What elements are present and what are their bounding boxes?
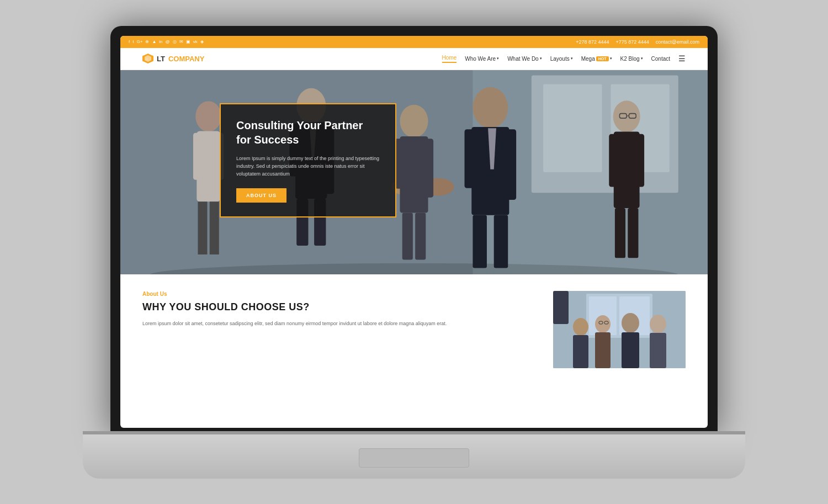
hero-background: [120, 70, 708, 274]
about-text-column: About Us WHY YOU SHOULD CHOOSE US? Lorem…: [142, 291, 531, 328]
social-links: f t G+ ⊕ ▲ in @ ◎ ✉ ▣ vk ◈: [129, 39, 204, 44]
chevron-down-icon: ▾: [497, 56, 499, 61]
nav-k2blog[interactable]: K2 Blog ▾: [620, 56, 643, 62]
svg-rect-62: [553, 291, 686, 368]
phone2[interactable]: +775 872 4444: [616, 39, 649, 45]
about-heading: WHY YOU SHOULD CHOOSE US?: [142, 301, 531, 313]
about-us-button[interactable]: ABOUT US: [236, 188, 286, 203]
fb2-icon[interactable]: ▣: [186, 39, 190, 44]
googleplus-icon[interactable]: G+: [136, 39, 142, 44]
logo-icon: ⌂: [142, 54, 153, 63]
nav-mega[interactable]: Mega HOT ▾: [581, 56, 612, 62]
logo[interactable]: ⌂ LT COMPANY: [142, 54, 204, 63]
chevron-down-icon: ▾: [571, 56, 573, 61]
contact-info: +278 872 4444 +775 872 4444 contact@emai…: [576, 39, 699, 45]
laptop-touchpad: [359, 448, 469, 468]
about-section: About Us WHY YOU SHOULD CHOOSE US? Lorem…: [120, 274, 708, 385]
nav-layouts[interactable]: Layouts ▾: [550, 56, 573, 62]
laptop-wrapper: f t G+ ⊕ ▲ in @ ◎ ✉ ▣ vk ◈ +278 872 4444…: [83, 26, 745, 479]
about-image: [553, 291, 686, 368]
instagram-icon[interactable]: ◎: [173, 39, 177, 44]
facebook-icon[interactable]: f: [129, 39, 130, 44]
hot-badge: HOT: [596, 56, 609, 61]
logo-lt-text: LT: [157, 55, 165, 63]
svg-rect-45: [120, 70, 708, 274]
laptop-base: [83, 434, 745, 479]
linkedin-icon[interactable]: in: [159, 39, 162, 44]
hero-title: Consulting Your Partner for Success: [236, 118, 380, 147]
hero-description: Lorem Ipsum is simply dummy text of the …: [236, 155, 380, 178]
pin-icon[interactable]: ⊕: [145, 39, 149, 44]
at-icon[interactable]: @: [166, 39, 170, 44]
vk-icon[interactable]: vk: [193, 39, 198, 44]
email-address[interactable]: contact@email.com: [656, 39, 699, 45]
nav-contact[interactable]: Contact: [651, 56, 670, 62]
chevron-down-icon: ▾: [641, 56, 643, 61]
nav-who-we-are[interactable]: Who We Are ▾: [465, 56, 499, 62]
nav-what-we-do[interactable]: What We Do ▾: [507, 56, 542, 62]
about-label: About Us: [142, 291, 531, 297]
laptop-screen: f t G+ ⊕ ▲ in @ ◎ ✉ ▣ vk ◈ +278 872 4444…: [120, 36, 708, 428]
email-icon[interactable]: ✉: [179, 39, 183, 44]
social4-icon[interactable]: ▲: [152, 39, 156, 44]
screen-bezel: f t G+ ⊕ ▲ in @ ◎ ✉ ▣ vk ◈ +278 872 4444…: [110, 26, 718, 434]
hero-section: Consulting Your Partner for Success Lore…: [120, 70, 708, 274]
logo-company-text: COMPANY: [168, 55, 204, 63]
svg-text:⌂: ⌂: [146, 57, 148, 61]
whatsapp-icon[interactable]: ◈: [200, 39, 204, 44]
about-body: Lorem ipsum dolor sit amet, consetetur s…: [142, 320, 531, 328]
twitter-icon[interactable]: t: [132, 39, 134, 44]
chevron-down-icon: ▾: [540, 56, 542, 61]
chevron-down-icon: ▾: [610, 56, 612, 61]
nav-links: Home Who We Are ▾ What We Do ▾ Layouts ▾: [442, 54, 686, 63]
hero-scene-svg: [120, 70, 708, 274]
about-image-svg: [553, 291, 686, 368]
phone1[interactable]: +278 872 4444: [576, 39, 609, 45]
top-bar: f t G+ ⊕ ▲ in @ ◎ ✉ ▣ vk ◈ +278 872 4444…: [120, 36, 708, 48]
navbar: ⌂ LT COMPANY Home Who We Are ▾ Wha: [120, 48, 708, 70]
hero-text-box: Consulting Your Partner for Success Lore…: [220, 103, 396, 217]
nav-home[interactable]: Home: [442, 55, 457, 63]
hamburger-menu[interactable]: ☰: [678, 54, 686, 63]
